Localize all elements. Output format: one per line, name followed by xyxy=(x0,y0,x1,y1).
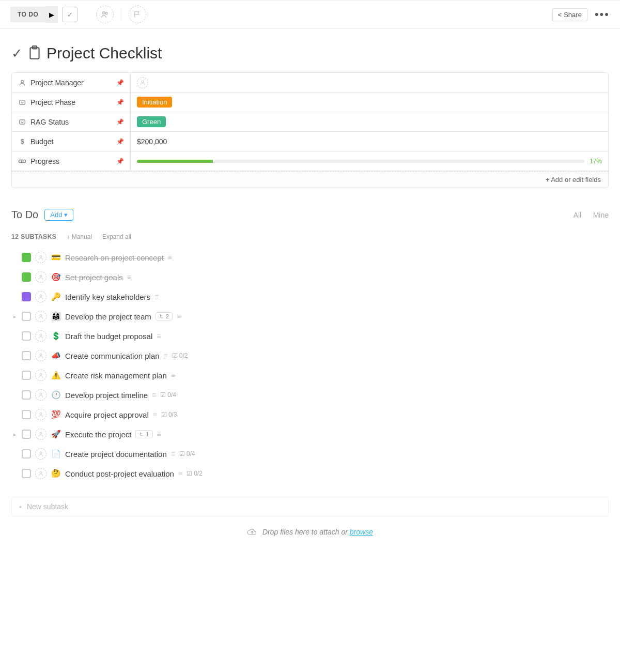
task-checkbox[interactable] xyxy=(22,272,31,282)
filter-mine[interactable]: Mine xyxy=(593,211,609,219)
description-icon[interactable]: ≡ xyxy=(157,332,161,340)
checklist-badge[interactable]: ☑0/2 xyxy=(187,470,203,477)
assignee-button[interactable] xyxy=(35,468,47,479)
field-label[interactable]: RAG Status📌 xyxy=(12,112,131,131)
assignee-button[interactable] xyxy=(35,330,47,342)
status-next-button[interactable]: ▶ xyxy=(45,6,58,23)
sort-button[interactable]: ↑ Manual xyxy=(67,233,92,240)
field-value[interactable]: 17% xyxy=(131,151,608,171)
new-subtask-input[interactable] xyxy=(27,502,601,511)
assignee-button[interactable] xyxy=(35,389,47,401)
task-checkbox[interactable] xyxy=(22,292,31,301)
pin-icon[interactable]: 📌 xyxy=(116,158,124,165)
description-icon[interactable]: ≡ xyxy=(171,450,175,458)
expand-caret[interactable]: ▸ xyxy=(11,432,18,437)
field-value[interactable]: Initiation xyxy=(131,93,608,112)
field-value[interactable]: $200,000 xyxy=(131,132,608,151)
assignee-button[interactable] xyxy=(35,448,47,460)
task-title[interactable]: Identify key stakeholders xyxy=(65,293,150,301)
task-emoji: 🎯 xyxy=(51,272,61,282)
expand-all-button[interactable]: Expand all xyxy=(102,233,131,240)
svg-point-1 xyxy=(105,12,107,14)
task-checkbox[interactable] xyxy=(22,371,31,380)
field-value[interactable]: Green xyxy=(131,112,608,131)
assignee-button[interactable] xyxy=(35,370,47,381)
status-button[interactable]: TO DO xyxy=(10,7,45,22)
assignee-button[interactable] xyxy=(35,311,47,322)
task-checkbox[interactable] xyxy=(22,449,31,459)
page-title[interactable]: Project Checklist xyxy=(47,44,162,62)
assignee-button[interactable] xyxy=(35,252,47,263)
task-title[interactable]: Execute the project xyxy=(65,430,131,439)
assignee-button[interactable] xyxy=(35,409,47,420)
task-checkbox[interactable] xyxy=(22,390,31,400)
task-title[interactable]: Create communication plan xyxy=(65,352,160,360)
task-title[interactable]: Draft the budget proposal xyxy=(65,332,152,341)
task-checkbox[interactable] xyxy=(22,351,31,360)
pin-icon[interactable]: 📌 xyxy=(116,99,124,106)
share-button[interactable]: < Share xyxy=(552,8,587,21)
task-title[interactable]: Research on project concept xyxy=(65,253,164,262)
pin-icon[interactable]: 📌 xyxy=(116,79,124,86)
assignee-add-button[interactable] xyxy=(96,6,114,23)
add-edit-fields-button[interactable]: + Add or edit fields xyxy=(12,171,608,188)
new-subtask-row[interactable]: ▪ xyxy=(11,497,609,516)
task-title[interactable]: Create risk management plan xyxy=(65,371,167,380)
assignee-button[interactable] xyxy=(35,350,47,361)
checklist-badge[interactable]: ☑0/4 xyxy=(160,391,176,399)
attachment-drop-zone[interactable]: Drop files here to attach or browse xyxy=(0,516,620,542)
pin-icon[interactable]: 📌 xyxy=(116,138,124,145)
task-checkbox[interactable] xyxy=(22,410,31,419)
svg-point-5 xyxy=(142,81,144,83)
expand-caret[interactable]: ▸ xyxy=(11,314,18,319)
task-title[interactable]: Develop project timeline xyxy=(65,391,148,400)
description-icon[interactable]: ≡ xyxy=(153,410,157,419)
task-title[interactable]: Acquire project approval xyxy=(65,410,149,419)
subtask-count-badge[interactable]: 1 xyxy=(135,430,152,438)
checklist-badge[interactable]: ☑0/3 xyxy=(161,411,177,418)
description-icon[interactable]: ≡ xyxy=(164,352,168,360)
task-emoji: 💯 xyxy=(51,410,61,419)
task-emoji: 👨‍👩‍👧 xyxy=(51,312,61,321)
complete-button[interactable]: ✓ xyxy=(62,7,78,22)
checklist-badge[interactable]: ☑0/4 xyxy=(179,450,195,457)
task-checkbox[interactable] xyxy=(22,253,31,262)
description-icon[interactable]: ≡ xyxy=(178,469,182,478)
description-icon[interactable]: ≡ xyxy=(154,293,159,301)
field-value[interactable] xyxy=(131,73,608,92)
description-icon[interactable]: ≡ xyxy=(168,253,172,262)
description-icon[interactable]: ≡ xyxy=(127,273,131,281)
field-label[interactable]: $Budget📌 xyxy=(12,132,131,151)
field-label[interactable]: Progress📌 xyxy=(12,151,131,171)
field-label[interactable]: Project Phase📌 xyxy=(12,93,131,112)
priority-flag-button[interactable] xyxy=(129,6,146,23)
field-label[interactable]: Project Manager📌 xyxy=(12,73,131,92)
assignee-button[interactable] xyxy=(35,291,47,302)
assignee-placeholder[interactable] xyxy=(137,77,148,88)
more-menu-button[interactable]: ••• xyxy=(595,8,610,21)
task-checkbox[interactable] xyxy=(22,312,31,321)
browse-link[interactable]: browse xyxy=(350,528,373,536)
field-type-icon xyxy=(18,79,26,86)
subtask-count-badge[interactable]: 2 xyxy=(156,312,173,320)
checklist-badge[interactable]: ☑0/2 xyxy=(172,352,188,359)
task-title[interactable]: Develop the project team xyxy=(65,312,151,321)
filter-all[interactable]: All xyxy=(574,211,582,219)
task-checkbox[interactable] xyxy=(22,331,31,341)
task-checkbox[interactable] xyxy=(22,469,31,478)
assignee-button[interactable] xyxy=(35,271,47,283)
add-subtask-button[interactable]: Add ▾ xyxy=(44,209,73,221)
task-title[interactable]: Conduct post-project evaluation xyxy=(65,469,174,478)
progress-bar[interactable] xyxy=(137,160,584,163)
pin-icon[interactable]: 📌 xyxy=(116,118,124,126)
task-title[interactable]: Set project goals xyxy=(65,273,123,282)
description-icon[interactable]: ≡ xyxy=(177,312,181,320)
description-icon[interactable]: ≡ xyxy=(157,430,161,438)
svg-point-4 xyxy=(21,80,24,83)
task-title[interactable]: Create project documentation xyxy=(65,450,167,459)
task-checkbox[interactable] xyxy=(22,430,31,439)
assignee-button[interactable] xyxy=(35,429,47,440)
description-icon[interactable]: ≡ xyxy=(171,371,175,379)
branch-icon xyxy=(139,432,144,437)
description-icon[interactable]: ≡ xyxy=(152,391,156,399)
